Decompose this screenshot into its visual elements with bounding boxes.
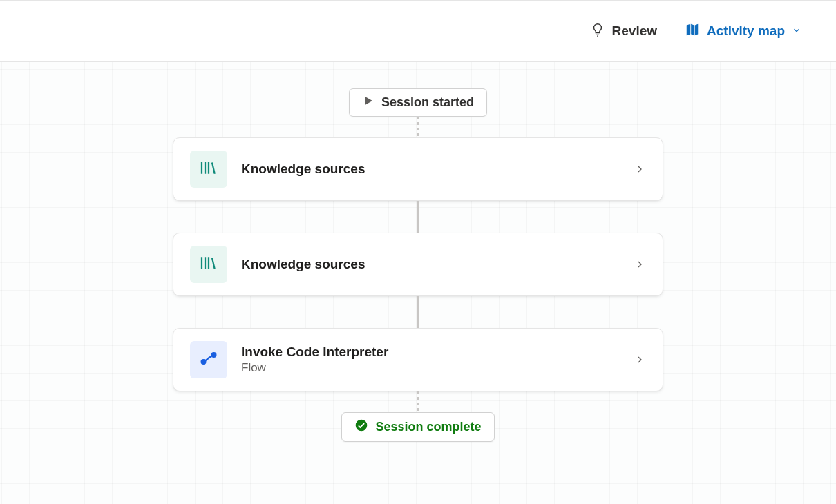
- header: Review Activity map: [0, 0, 836, 62]
- review-label: Review: [612, 23, 657, 39]
- card-title: Knowledge sources: [241, 257, 620, 272]
- library-icon: [198, 253, 219, 276]
- connector: [417, 117, 419, 137]
- card-title: Knowledge sources: [241, 162, 620, 177]
- check-circle-icon: [354, 418, 368, 436]
- connector: [417, 296, 419, 328]
- session-complete-badge: Session complete: [341, 412, 494, 442]
- card-content: Knowledge sources: [241, 257, 620, 272]
- icon-tile: [190, 341, 227, 378]
- activity-map-button[interactable]: Activity map: [685, 22, 801, 41]
- library-icon: [198, 157, 219, 181]
- activity-card-knowledge-sources[interactable]: Knowledge sources: [173, 233, 663, 296]
- play-icon: [362, 95, 374, 110]
- connector: [417, 201, 419, 233]
- map-icon: [685, 22, 700, 41]
- connector: [417, 391, 419, 412]
- session-started-badge: Session started: [349, 88, 487, 117]
- chevron-right-icon: [634, 353, 646, 366]
- icon-tile: [190, 246, 227, 283]
- card-content: Invoke Code Interpreter Flow: [241, 345, 620, 375]
- chevron-down-icon: [792, 23, 801, 39]
- activity-card-invoke-code-interpreter[interactable]: Invoke Code Interpreter Flow: [173, 328, 663, 391]
- activity-map-label: Activity map: [707, 23, 785, 39]
- chevron-right-icon: [634, 163, 646, 175]
- lightbulb-icon: [590, 22, 605, 41]
- icon-tile: [190, 151, 227, 188]
- review-button[interactable]: Review: [590, 22, 657, 41]
- session-started-label: Session started: [381, 95, 474, 110]
- flow-icon: [198, 348, 219, 371]
- card-subtitle: Flow: [241, 361, 620, 375]
- card-title: Invoke Code Interpreter: [241, 345, 620, 360]
- chevron-right-icon: [634, 258, 646, 271]
- card-content: Knowledge sources: [241, 162, 620, 177]
- activity-canvas: Session started Knowledge sources: [0, 62, 836, 504]
- activity-card-knowledge-sources[interactable]: Knowledge sources: [173, 137, 663, 201]
- session-complete-label: Session complete: [375, 420, 481, 434]
